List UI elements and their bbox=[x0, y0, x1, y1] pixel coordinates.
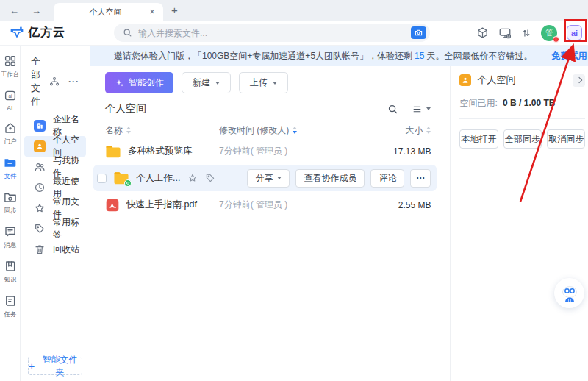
file-name[interactable]: 多种格式预览库 bbox=[128, 145, 193, 157]
app-window: ← → 个人空间 × + 亿方云 管 ! bbox=[0, 0, 588, 381]
app-header: 亿方云 管 ! ai bbox=[0, 21, 588, 46]
list-search-icon[interactable] bbox=[387, 104, 398, 115]
folder-icon bbox=[105, 144, 121, 159]
user-avatar[interactable]: 管 ! bbox=[541, 25, 557, 41]
row-checkbox[interactable] bbox=[97, 174, 107, 183]
rail-item-files[interactable]: 文件 bbox=[0, 156, 20, 181]
rail-item-tasks[interactable]: 任务 bbox=[0, 294, 20, 319]
free-trial-label: 免费试用 bbox=[551, 50, 587, 63]
forward-icon[interactable]: → bbox=[32, 5, 41, 16]
more-options-icon[interactable]: ··· bbox=[68, 76, 79, 87]
chevron-down-icon bbox=[273, 82, 277, 85]
comment-button[interactable]: 评论 bbox=[370, 169, 404, 188]
panel-title: 个人空间 bbox=[477, 74, 573, 87]
sidebar-item-recent[interactable]: 最近使用 bbox=[24, 177, 86, 198]
view-members-button[interactable]: 查看协作成员 bbox=[295, 169, 365, 188]
trash-icon bbox=[34, 243, 46, 255]
ai-create-label: 智能创作 bbox=[129, 76, 164, 89]
sidebar-item-tags[interactable]: 常用标签 bbox=[24, 218, 86, 239]
rail-label: AI bbox=[7, 104, 12, 112]
org-tree-icon[interactable] bbox=[49, 76, 60, 87]
message-icon bbox=[4, 225, 17, 238]
device-manager-icon[interactable] bbox=[498, 26, 512, 40]
rail-item-portal[interactable]: 门户 bbox=[0, 121, 20, 146]
star-icon bbox=[34, 202, 46, 214]
collapse-panel-button[interactable] bbox=[573, 74, 585, 87]
free-trial-link[interactable]: 免费试用 bbox=[551, 50, 588, 63]
browser-tab[interactable]: 个人空间 × bbox=[54, 3, 163, 21]
column-name[interactable]: 名称 bbox=[105, 124, 123, 137]
rail-item-sync[interactable]: 同步 bbox=[0, 190, 20, 216]
cube-icon[interactable] bbox=[476, 26, 489, 39]
upload-button[interactable]: 上传 bbox=[239, 72, 288, 93]
book-icon bbox=[4, 260, 17, 273]
camera-search-button[interactable] bbox=[411, 26, 426, 39]
sidebar-item-shared-with-me[interactable]: 与我协作 bbox=[24, 157, 86, 177]
share-button[interactable]: 分享 bbox=[247, 169, 290, 188]
rail-label: 文件 bbox=[4, 171, 16, 180]
sidebar-item-favorites[interactable]: 常用文件 bbox=[24, 198, 86, 218]
file-name[interactable]: 个人工作... bbox=[136, 172, 180, 185]
table-row[interactable]: 多种格式预览库 7分钟前( 管理员 ) 17.13 MB bbox=[105, 138, 431, 164]
rail-label: 任务 bbox=[4, 310, 16, 318]
open-local-button[interactable]: 本地打开 bbox=[459, 129, 498, 149]
rail-item-ai[interactable]: ai AI bbox=[0, 89, 20, 112]
new-label: 新建 bbox=[193, 76, 210, 89]
rail-label: 工作台 bbox=[1, 70, 20, 79]
cancel-sync-button[interactable]: 取消同步 bbox=[547, 129, 585, 149]
column-size[interactable]: 大小 bbox=[405, 124, 423, 137]
rail-label: 知识 bbox=[4, 275, 16, 284]
clock-icon bbox=[34, 182, 46, 193]
tag-icon[interactable] bbox=[205, 173, 215, 183]
more-actions-button[interactable]: ··· bbox=[410, 169, 431, 188]
favorite-star-icon[interactable] bbox=[187, 173, 198, 183]
smart-folder-label: 智能文件夹 bbox=[38, 354, 82, 379]
sidebar-item-trash[interactable]: 回收站 bbox=[24, 239, 86, 260]
banner-days-left: 15 bbox=[415, 51, 424, 61]
column-modified[interactable]: 修改时间 (修改人) bbox=[219, 124, 289, 137]
notification-badge: ! bbox=[553, 36, 559, 43]
transfer-list-icon[interactable] bbox=[521, 27, 531, 39]
view-members-label: 查看协作成员 bbox=[304, 172, 356, 185]
sort-icon-active[interactable] bbox=[293, 127, 297, 134]
table-row[interactable]: 快速上手指南.pdf 7分钟前( 管理员 ) 2.55 MB bbox=[105, 192, 431, 218]
rail-item-messages[interactable]: 消息 bbox=[0, 225, 20, 250]
table-row-hovered[interactable]: 个人工作... 分享 查看协作 bbox=[93, 165, 437, 191]
banner-text: 邀请您体验入门版，「100GB空间+专属加速通道+5人团队帐号」，体验还剩 bbox=[114, 50, 412, 63]
back-icon[interactable]: ← bbox=[10, 5, 19, 16]
new-tab-button[interactable]: + bbox=[171, 4, 178, 16]
svg-text:ai: ai bbox=[8, 93, 12, 99]
file-modified: 7分钟前( 管理员 ) bbox=[219, 199, 370, 211]
new-button[interactable]: 新建 bbox=[182, 72, 231, 93]
sidebar-item-personal-space[interactable]: 个人空间 bbox=[24, 136, 86, 157]
browser-tab-bar: ← → 个人空间 × + bbox=[0, 0, 588, 21]
file-size: 17.13 MB bbox=[370, 146, 431, 157]
collaborators-icon bbox=[34, 161, 46, 173]
assistant-mascot-button[interactable] bbox=[554, 278, 584, 308]
tab-close-icon[interactable]: × bbox=[147, 7, 157, 17]
search-bar[interactable] bbox=[114, 24, 430, 42]
sort-icon[interactable] bbox=[426, 127, 431, 134]
upload-label: 上传 bbox=[250, 76, 268, 89]
usage-value: 0 B / 1.00 TB bbox=[503, 98, 555, 108]
folder-icon bbox=[4, 156, 17, 169]
chevron-down-icon bbox=[215, 82, 220, 85]
sidebar-item-company[interactable]: 企业名称 bbox=[24, 115, 86, 136]
rail-label: 同步 bbox=[4, 206, 16, 215]
rail-label: 消息 bbox=[4, 241, 16, 249]
table-header: 名称 修改时间 (修改人) 大小 bbox=[105, 124, 431, 136]
ai-create-button[interactable]: 智能创作 bbox=[105, 72, 173, 93]
sort-icon[interactable] bbox=[126, 127, 131, 134]
sync-all-button[interactable]: 全部同步 bbox=[503, 129, 542, 149]
file-name[interactable]: 快速上手指南.pdf bbox=[126, 199, 197, 211]
comment-label: 评论 bbox=[379, 172, 396, 185]
search-input[interactable] bbox=[138, 28, 411, 38]
view-toggle[interactable] bbox=[412, 104, 431, 114]
smart-folder-button[interactable]: + 智能文件夹 bbox=[28, 357, 82, 375]
rail-item-workbench[interactable]: 工作台 bbox=[0, 54, 20, 79]
sparkle-icon bbox=[115, 78, 124, 88]
folder-sync-icon bbox=[4, 190, 17, 204]
rail-item-knowledge[interactable]: 知识 bbox=[0, 260, 20, 285]
banner-text-after: 天。全网最低价不容错过。 bbox=[426, 50, 532, 63]
sidebar-title: 全部文件 bbox=[31, 55, 40, 108]
